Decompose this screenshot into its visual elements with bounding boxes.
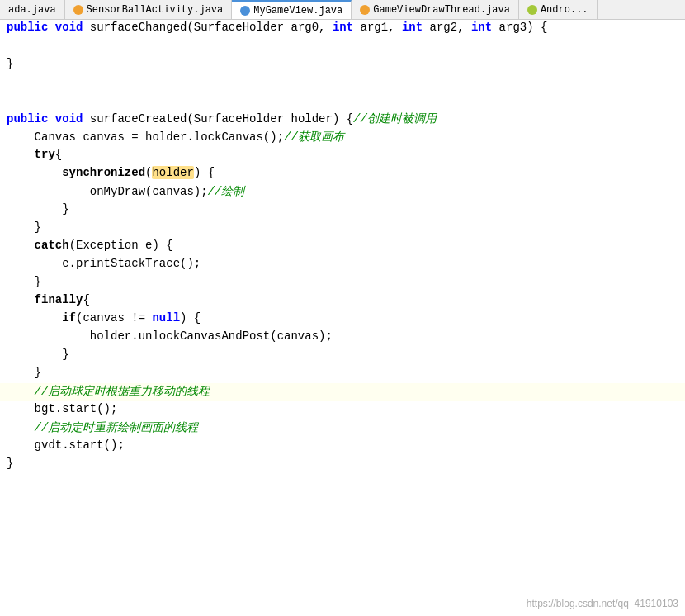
code-token-normal [7,311,62,325]
code-token-normal [48,21,54,34]
code-line-l1: public void surfaceChanged(SurfaceHolder… [0,20,685,38]
code-line-l2 [0,38,685,56]
code-token-normal: (Exception e) { [69,239,173,252]
code-line-l19: } [0,347,685,365]
tab-label-tab1: ada.java [8,4,56,16]
code-token-normal [7,166,62,179]
code-token-normal: } [7,220,41,234]
code-token-normal: arg1, [353,21,402,34]
code-token-normal [7,239,35,252]
tab-icon-tab2 [73,5,83,15]
code-line-l22: bgt.start(); [0,401,685,419]
code-line-l6: public void surfaceCreated(SurfaceHolder… [0,111,685,129]
code-token-comment: //绘制 [208,184,245,199]
watermark: https://blog.csdn.net/qq_41910103 [527,598,678,609]
code-token-normal [7,39,35,52]
highlighted-word: holder [152,166,193,179]
code-token-normal [7,93,35,107]
code-line-l5 [0,92,685,111]
code-line-l7: Canvas canvas = holder.lockCanvas();//获取… [0,129,685,147]
code-token-normal [7,75,35,88]
code-line-l15: } [0,274,685,292]
code-line-l9: synchronized(holder) { [0,165,685,183]
code-line-l23: //启动定时重新绘制画面的线程 [0,419,685,438]
code-token-normal: surfaceChanged(SurfaceHolder arg0, [83,21,332,34]
code-line-l14: e.printStackTrace(); [0,256,685,274]
tab-bar: ada.javaSensorBallActivity.javaMyGameVie… [0,0,685,20]
code-token-kw: int [471,21,492,34]
code-token-kw-bold: try [35,148,55,161]
tab-tab2[interactable]: SensorBallActivity.java [65,0,233,19]
code-line-l24: gvdt.start(); [0,438,685,456]
code-token-normal: Canvas canvas = holder.lockCanvas(); [7,130,284,144]
code-token-normal [7,148,35,161]
code-line-l16: finally{ [0,292,685,310]
code-token-normal: } [7,457,13,470]
code-line-l11: } [0,201,685,220]
tab-tab4[interactable]: GameViewDrawThread.java [352,0,519,19]
tab-label-tab4: GameViewDrawThread.java [373,4,510,16]
code-line-l21: //启动球定时根据重力移动的线程 [0,383,685,401]
code-token-kw-bold: if [62,311,76,325]
code-token-normal: (canvas != [76,311,152,325]
code-token-comment: //创建时被调用 [353,111,437,126]
tab-icon-tab5 [527,5,537,15]
code-line-l25: } [0,456,685,474]
code-token-normal: holder.unlockCanvasAndPost(canvas); [7,329,333,343]
tab-label-tab2: SensorBallActivity.java [87,4,224,16]
code-area: public void surfaceChanged(SurfaceHolder… [0,20,685,616]
code-line-l12: } [0,220,685,238]
tab-tab1[interactable]: ada.java [0,0,65,19]
code-line-l20: } [0,365,685,383]
code-token-normal: arg2, [423,21,471,34]
code-token-normal: gvdt.start(); [7,438,125,452]
code-token-normal [7,293,35,306]
code-token-kw: int [333,21,353,34]
tab-tab5[interactable]: Andro... [519,0,598,19]
code-token-kw: void [55,21,83,34]
code-line-l17: if(canvas != null) { [0,310,685,329]
code-token-normal: onMyDraw(canvas); [7,185,208,198]
tab-label-tab3: MyGameView.java [253,5,342,17]
tab-label-tab5: Andro... [541,4,588,16]
code-token-kw: int [402,21,423,34]
code-line-l4 [0,74,685,92]
code-token-comment: //启动定时重新绘制画面的线程 [7,420,198,435]
code-token-normal [48,112,54,126]
code-line-l10: onMyDraw(canvas);//绘制 [0,183,685,201]
code-token-kw: public [7,112,48,126]
code-token-normal: ) { [180,311,201,325]
code-token-normal: bgt.start(); [7,402,117,415]
code-token-normal: ( [145,166,152,179]
tab-tab3[interactable]: MyGameView.java [232,0,352,19]
code-token-kw: null [152,311,180,325]
code-line-l8: try{ [0,147,685,165]
code-token-normal: { [83,293,89,306]
code-token-normal: surfaceCreated(SurfaceHolder holder) { [83,112,353,126]
code-line-l18: holder.unlockCanvasAndPost(canvas); [0,329,685,347]
tab-icon-tab3 [240,6,250,16]
code-token-normal: { [55,148,62,161]
code-line-l3: } [0,56,685,74]
code-token-normal: } [7,202,69,216]
code-token-normal: } [7,275,41,288]
code-line-l13: catch(Exception e) { [0,238,685,256]
tab-icon-tab4 [360,5,370,15]
code-token-kw-bold: finally [35,293,83,306]
code-token-kw: public [7,21,48,34]
code-token-normal: arg3) { [492,21,547,34]
code-token-normal: e.printStackTrace(); [7,257,201,270]
code-token-kw-bold: catch [35,239,69,252]
code-token-normal: } [7,348,69,361]
code-token-normal: ) { [194,166,215,179]
code-token-normal: } [7,366,41,379]
code-token-normal: } [7,57,13,70]
code-token-comment: //启动球定时根据重力移动的线程 [7,384,210,399]
code-token-comment: //获取画布 [284,130,344,145]
code-token-kw: void [55,112,83,126]
code-token-kw-bold: synchronized [62,166,145,179]
